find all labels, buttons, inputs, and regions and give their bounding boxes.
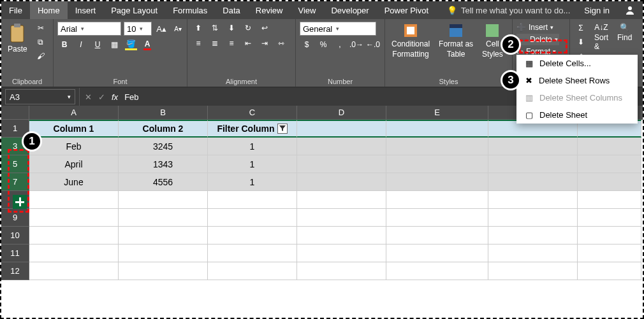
format-painter-icon[interactable]: 🖌 [34, 50, 48, 62]
align-center-icon[interactable]: ≣ [208, 37, 222, 50]
italic-button[interactable]: I [74, 38, 88, 51]
row-header[interactable]: 5 [1, 155, 29, 173]
header-cell-col1[interactable]: Column 1 [29, 120, 119, 138]
format-as-table-button[interactable]: Format as Table [436, 22, 476, 60]
select-all-corner[interactable] [1, 106, 29, 120]
delete-cells-button[interactable]: ➖ Delete▾ [516, 34, 559, 45]
tab-view[interactable]: View [290, 1, 323, 19]
cell[interactable]: April [29, 155, 119, 173]
font-color-icon[interactable]: A [140, 38, 154, 51]
tab-developer[interactable]: Developer [323, 1, 376, 19]
delete-cols-icon: ▥ [525, 93, 533, 103]
cell[interactable]: 4556 [119, 173, 208, 191]
fx-icon[interactable]: fx [112, 92, 118, 102]
align-middle-icon[interactable]: ⇅ [208, 22, 222, 34]
header-cell-col2[interactable]: Column 2 [119, 120, 208, 138]
tab-file[interactable]: File [1, 1, 30, 19]
insert-cells-button[interactable]: ➕ Insert▾ [516, 22, 559, 33]
row-header[interactable]: 10 [1, 227, 29, 245]
delete-cells-item[interactable]: ▦ Delete Cells... [516, 55, 638, 72]
underline-button[interactable]: U [91, 38, 105, 51]
delete-menu[interactable]: ▦ Delete Cells... ✖ Delete Sheet Rows ▥ … [516, 55, 638, 124]
svg-rect-7 [486, 24, 499, 37]
font-size[interactable]: 10▾ [124, 22, 152, 36]
tab-page-layout[interactable]: Page Layout [103, 1, 165, 19]
cell[interactable]: June [29, 173, 119, 191]
col-header-d[interactable]: D [297, 106, 386, 120]
svg-rect-6 [450, 24, 462, 28]
header-cell-filter[interactable]: Filter Column [208, 120, 297, 138]
ribbon-tabs[interactable]: File Home Insert Page Layout Formulas Da… [1, 1, 643, 19]
align-left-icon[interactable]: ≡ [191, 37, 205, 50]
font-name[interactable]: Arial▾ [57, 22, 121, 36]
group-alignment: Alignment [191, 76, 291, 85]
number-format[interactable]: General▾ [300, 22, 376, 36]
autosum-icon[interactable]: Σ [574, 22, 588, 34]
filter-icon[interactable] [277, 124, 288, 134]
delete-sheet-rows-item[interactable]: ✖ Delete Sheet Rows [516, 72, 638, 89]
col-header-b[interactable]: B [119, 106, 208, 120]
borders-icon[interactable]: ▦ [107, 38, 121, 51]
cell[interactable]: 1 [208, 173, 297, 191]
orientation-icon[interactable]: ↻ [241, 22, 255, 34]
bold-button[interactable]: B [57, 38, 71, 51]
tab-formulas[interactable]: Formulas [165, 1, 215, 19]
cell[interactable]: Feb [29, 138, 119, 155]
row-header[interactable]: 12 [1, 262, 29, 280]
col-header-a[interactable]: A [29, 106, 119, 120]
sign-in[interactable]: Sign in [576, 1, 617, 19]
tell-me[interactable]: 💡 Tell me what you want to do... [441, 1, 576, 19]
col-header-e[interactable]: E [386, 106, 488, 120]
cell[interactable]: 1343 [119, 155, 208, 173]
name-box[interactable]: A3▾ [5, 89, 75, 104]
align-bottom-icon[interactable]: ⬇ [224, 22, 238, 34]
find-button[interactable]: 🔍 Find [615, 22, 634, 43]
sort-filter-button[interactable]: A↓Z Sort & [592, 22, 611, 52]
cell[interactable]: 1 [208, 138, 297, 155]
cell[interactable]: 3245 [119, 138, 208, 155]
comma-icon[interactable]: , [333, 38, 347, 51]
fill-color-icon[interactable]: 🪣 [124, 38, 138, 51]
paste-button[interactable]: Paste [5, 22, 30, 55]
group-font: Font [57, 76, 183, 85]
row-header[interactable]: 11 [1, 245, 29, 262]
wrap-text-icon[interactable]: ↩ [258, 22, 272, 34]
currency-icon[interactable]: $ [300, 38, 314, 51]
increase-indent-icon[interactable]: ⇥ [258, 37, 272, 50]
grow-font-icon[interactable]: A▴ [154, 22, 168, 35]
conditional-formatting-icon [403, 23, 418, 38]
delete-sheet-item[interactable]: ▢ Delete Sheet [516, 106, 638, 124]
increase-decimal-icon[interactable]: .0→ [349, 38, 363, 51]
tab-home[interactable]: Home [30, 1, 68, 19]
tell-me-text: Tell me what you want to do... [461, 6, 570, 15]
merge-icon[interactable]: ⇿ [274, 37, 288, 50]
tab-insert[interactable]: Insert [68, 1, 104, 19]
row-header[interactable]: 9 [1, 209, 29, 227]
share-icon[interactable] [617, 1, 643, 19]
cancel-icon[interactable]: ✕ [85, 92, 92, 102]
align-right-icon[interactable]: ≡ [224, 37, 238, 50]
enter-icon[interactable]: ✓ [98, 92, 105, 102]
shrink-font-icon[interactable]: A▾ [171, 22, 185, 35]
delete-sheet-icon: ▢ [525, 110, 533, 120]
fill-icon[interactable]: ⬇ [574, 36, 588, 48]
row-header[interactable]: 7 [1, 173, 29, 191]
callout-1: 1 [22, 131, 42, 152]
svg-rect-2 [14, 24, 20, 27]
magnifier-icon: 🔍 [620, 23, 629, 32]
conditional-formatting-button[interactable]: Conditional Formatting [389, 22, 432, 60]
formula-input[interactable] [124, 92, 507, 102]
worksheet-grid[interactable]: A B C D E F G 1 Column 1 Column 2 Filter… [1, 106, 643, 280]
align-top-icon[interactable]: ⬆ [191, 22, 205, 34]
decrease-indent-icon[interactable]: ⇤ [241, 37, 255, 50]
tab-review[interactable]: Review [248, 1, 291, 19]
tab-power-pivot[interactable]: Power Pivot [377, 1, 436, 19]
percent-icon[interactable]: % [316, 38, 330, 51]
copy-icon[interactable]: ⧉ [34, 36, 48, 48]
svg-point-0 [628, 6, 632, 10]
cut-icon[interactable]: ✂ [34, 22, 48, 34]
col-header-c[interactable]: C [208, 106, 297, 120]
cell[interactable]: 1 [208, 155, 297, 173]
tab-data[interactable]: Data [215, 1, 247, 19]
decrease-decimal-icon[interactable]: ←.0 [366, 38, 380, 51]
